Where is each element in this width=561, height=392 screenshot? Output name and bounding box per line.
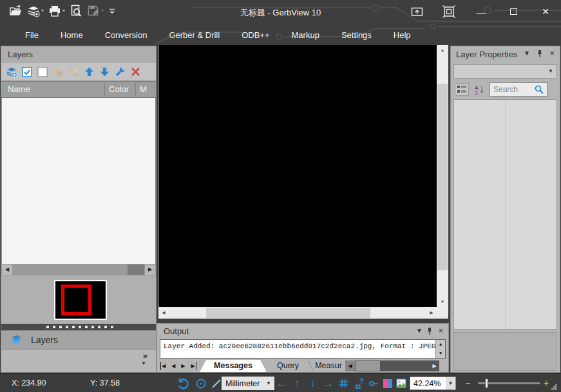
menu-settings[interactable]: Settings [330, 26, 383, 44]
panel-menu-button[interactable]: ▼ [524, 50, 530, 57]
layers-panel: Layers [1, 46, 156, 372]
grid-settings-button[interactable]: ? [353, 377, 365, 389]
delete-layer-button[interactable] [129, 66, 141, 78]
scroll-up-button[interactable]: ▲ [437, 45, 448, 55]
scrollbar-thumb[interactable] [356, 361, 380, 371]
layers-list[interactable] [1, 98, 156, 264]
search-icon[interactable] [534, 84, 544, 95]
panel-splitter-handle[interactable] [1, 324, 156, 330]
property-grid-divider[interactable] [506, 100, 506, 329]
dropdown-caret: ▼ [446, 377, 455, 389]
prev-tab-button[interactable]: ◀ [171, 362, 175, 370]
close-button[interactable]: × [537, 4, 555, 19]
layer-settings-button[interactable] [114, 66, 126, 78]
move-layer-down-button[interactable] [99, 66, 110, 78]
menu-odb[interactable]: ODB++ [231, 26, 280, 44]
scroll-right-button[interactable]: ▶ [145, 265, 155, 275]
tab-measure[interactable]: Measur [312, 360, 345, 372]
properties-panel-title: Layer Properties [456, 50, 517, 59]
toggle-grid-button[interactable] [338, 377, 350, 389]
panel-overflow-button[interactable]: » [143, 351, 147, 360]
gerber-canvas[interactable] [158, 45, 437, 307]
unit-dropdown[interactable]: Millimeter ▼ [222, 377, 274, 390]
image-export-button[interactable] [395, 377, 408, 389]
highlight-pad-button[interactable] [367, 377, 379, 389]
scroll-up-button[interactable]: ▲ [436, 340, 445, 349]
menu-markup[interactable]: Markup [281, 26, 330, 44]
pin-panel-button[interactable] [537, 50, 543, 59]
menu-gerber-drill[interactable]: Gerber & Drill [158, 26, 231, 44]
zoom-in-button[interactable]: + [544, 378, 549, 388]
column-color[interactable]: Color [109, 84, 129, 94]
measure-line-button[interactable] [210, 377, 222, 389]
categorized-view-button[interactable] [455, 83, 469, 96]
checked-checkbox-icon [22, 67, 32, 77]
layers-nav-button[interactable]: Layers [1, 330, 156, 350]
scrollbar-thumb[interactable] [206, 308, 370, 318]
first-tab-button[interactable]: ◀ [160, 362, 166, 370]
scrollbar-thumb[interactable] [437, 84, 448, 270]
undo-icon [177, 378, 189, 389]
scroll-down-button[interactable]: ▼ [436, 349, 445, 358]
canvas-horizontal-scrollbar[interactable]: ◀ ▶ [158, 307, 437, 319]
style-switcher-button[interactable] [440, 4, 458, 19]
undo-view-button[interactable] [176, 377, 189, 389]
column-name[interactable]: Name [8, 84, 30, 94]
pan-down-button[interactable]: ↓ [307, 377, 319, 389]
panel-menu-button[interactable]: ▼ [416, 327, 423, 334]
last-tab-button[interactable]: ▶ [191, 362, 196, 370]
close-panel-button[interactable]: × [549, 48, 555, 58]
zoom-slider-thumb[interactable] [485, 378, 488, 388]
tab-query[interactable]: Query [269, 360, 307, 372]
output-message-area[interactable]: Layer Added: ac20ee62882611ebb6edd017c2d… [160, 339, 446, 359]
zoom-level-dropdown[interactable]: 42.24% ▼ [410, 377, 456, 390]
scroll-left-button[interactable]: ◀ [158, 308, 169, 318]
check-all-layers-button[interactable] [21, 66, 33, 78]
scrollbar-thumb[interactable] [128, 265, 144, 275]
pan-up-button[interactable]: ↑ [291, 377, 303, 389]
pan-left-button[interactable]: ← [276, 377, 288, 389]
window-resize-grip[interactable] [551, 381, 557, 392]
layer-thumbnail[interactable] [54, 280, 107, 320]
layer-select-dropdown[interactable]: ▼ [453, 64, 557, 79]
pin-icon [426, 327, 433, 335]
scroll-right-button[interactable]: ▶ [430, 360, 439, 371]
maximize-button[interactable] [504, 4, 522, 19]
canvas-vertical-scrollbar[interactable]: ▲ ▼ [437, 45, 448, 307]
scroll-down-button[interactable]: ▼ [437, 297, 448, 307]
menu-file[interactable]: File [14, 26, 50, 44]
column-m[interactable]: M [140, 84, 147, 94]
zoom-slider[interactable] [478, 382, 540, 384]
layers-horizontal-scrollbar[interactable]: ◀ ▶ [1, 264, 156, 275]
next-tab-button[interactable]: ▶ [181, 362, 185, 370]
menu-conversion[interactable]: Conversion [94, 26, 158, 44]
tab-scrollbar[interactable]: ◀ ▶ [345, 360, 439, 371]
property-grid[interactable] [453, 99, 557, 330]
panel-overflow-caret[interactable]: ▼ [141, 360, 146, 366]
uncheck-all-layers-button[interactable] [37, 66, 48, 78]
pan-right-button[interactable]: → [322, 377, 334, 389]
titlebar: ▾ ▾ [0, 0, 561, 24]
output-vertical-scrollbar[interactable]: ▲ ▼ [435, 340, 445, 358]
collapse-ribbon-button[interactable] [408, 4, 426, 19]
search-input[interactable] [490, 85, 534, 94]
add-layer-tool-button[interactable] [6, 66, 17, 78]
zoom-out-button[interactable]: − [465, 378, 470, 388]
menu-home[interactable]: Home [50, 26, 94, 44]
output-message: Layer Added: ac20ee62882611ebb6edd017c2d… [164, 342, 446, 350]
menu-help[interactable]: Help [383, 26, 422, 44]
move-layer-up-button[interactable] [83, 66, 95, 78]
snap-center-button[interactable] [195, 377, 207, 389]
tab-messages[interactable]: Messages [200, 360, 267, 372]
scroll-right-button[interactable]: ▶ [426, 308, 437, 318]
pin-panel-button[interactable] [426, 327, 433, 337]
sort-alphabetical-button[interactable]: A Z [473, 84, 486, 95]
layers-toolbar [1, 63, 156, 81]
close-panel-button[interactable]: × [438, 326, 443, 335]
scroll-left-button[interactable]: ◀ [2, 265, 12, 275]
svg-text:Z: Z [475, 90, 478, 95]
minimize-button[interactable]: — [472, 4, 490, 19]
add-layers-icon [6, 66, 17, 78]
layer-colors-button[interactable] [381, 377, 394, 389]
scroll-left-button[interactable]: ◀ [345, 360, 355, 371]
